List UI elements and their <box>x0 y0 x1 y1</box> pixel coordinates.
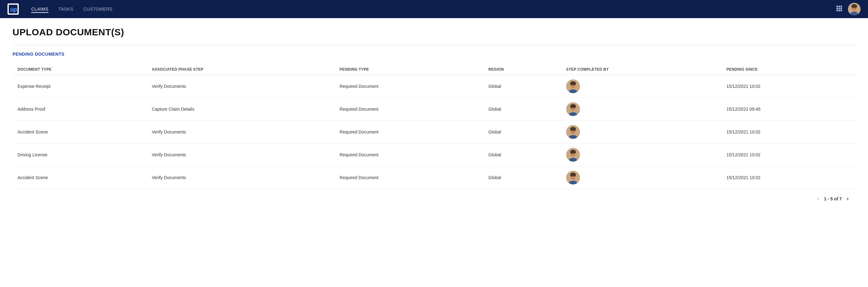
svg-rect-9 <box>836 10 838 11</box>
pending-type-cell: Required Document <box>335 121 484 144</box>
svg-point-52 <box>574 176 575 177</box>
svg-rect-3 <box>836 6 838 7</box>
pending-type-cell: Required Document <box>335 144 484 166</box>
svg-point-16 <box>853 8 854 9</box>
user-avatar[interactable] <box>848 3 861 15</box>
main-nav: a p CLAIMS TASKS CUSTOMERS <box>0 0 868 18</box>
svg-rect-29 <box>570 106 576 108</box>
svg-rect-10 <box>839 10 840 11</box>
prev-page-button[interactable]: ‹ <box>815 195 821 203</box>
phase-step-cell: Verify Documents <box>147 166 335 189</box>
col-pending-since: PENDING SINCE <box>721 64 856 75</box>
page-title: UPLOAD DOCUMENT(S) <box>12 27 856 37</box>
region-cell: Global <box>484 144 561 166</box>
step-completed-by-cell <box>561 121 721 144</box>
section-divider <box>12 45 856 45</box>
step-completed-by-cell <box>561 166 721 189</box>
phase-step-cell: Verify Documents <box>147 121 335 144</box>
svg-point-30 <box>571 108 572 109</box>
pending-since-cell: 15/12/2021 10:02 <box>721 144 856 166</box>
nav-right <box>836 3 861 15</box>
region-cell: Global <box>484 121 561 144</box>
pending-since-cell: 15/12/2021 10:02 <box>721 166 856 189</box>
pagination-range: 1 - 5 <box>824 196 833 201</box>
pending-type-cell: Required Document <box>335 98 484 121</box>
pagination-total: 7 <box>839 196 842 201</box>
svg-rect-15 <box>851 6 857 7</box>
svg-rect-43 <box>570 152 576 153</box>
document-type-cell: Driving License <box>12 144 147 166</box>
document-type-cell: Address Proof <box>12 98 147 121</box>
svg-point-31 <box>574 108 575 109</box>
step-completed-by-cell <box>561 144 721 166</box>
region-cell: Global <box>484 98 561 121</box>
step-completed-by-cell <box>561 75 721 98</box>
pagination-info: 1 - 5 of 7 <box>824 196 842 201</box>
svg-point-44 <box>571 153 572 154</box>
pagination-of: of <box>834 196 839 201</box>
svg-point-38 <box>574 131 575 132</box>
svg-point-37 <box>571 131 572 132</box>
nav-left: a p CLAIMS TASKS CUSTOMERS <box>7 3 113 15</box>
table-row: Accident SceneVerify DocumentsRequired D… <box>12 121 856 144</box>
pending-since-cell: 15/12/2021 10:02 <box>721 75 856 98</box>
nav-customers[interactable]: CUSTOMERS <box>84 5 113 13</box>
user-avatar-small <box>566 148 580 162</box>
user-avatar-small <box>566 79 580 93</box>
nav-claims[interactable]: CLAIMS <box>31 5 49 13</box>
col-region: REGION <box>484 64 561 75</box>
grid-icon[interactable] <box>836 5 843 14</box>
document-type-cell: Accident Scene <box>12 121 147 144</box>
step-completed-by-cell <box>561 98 721 121</box>
svg-rect-5 <box>840 6 842 7</box>
svg-rect-22 <box>570 83 576 85</box>
svg-rect-8 <box>840 7 842 9</box>
svg-point-24 <box>574 85 575 86</box>
table-body: Expense ReceiptVerify DocumentsRequired … <box>12 75 856 189</box>
nav-links: CLAIMS TASKS CUSTOMERS <box>31 5 113 13</box>
next-page-button[interactable]: › <box>845 195 850 203</box>
region-cell: Global <box>484 75 561 98</box>
user-avatar-small <box>566 171 580 184</box>
logo-icon: a p <box>7 3 19 15</box>
svg-point-45 <box>574 153 575 154</box>
pending-type-cell: Required Document <box>335 75 484 98</box>
phase-step-cell: Verify Documents <box>147 144 335 166</box>
col-document-type: DOCUMENT TYPE <box>12 64 147 75</box>
svg-point-51 <box>571 176 572 177</box>
svg-rect-7 <box>839 7 840 9</box>
phase-step-cell: Capture Claim Details <box>147 98 335 121</box>
svg-rect-50 <box>570 174 576 176</box>
svg-rect-36 <box>570 129 576 131</box>
region-cell: Global <box>484 166 561 189</box>
document-type-cell: Accident Scene <box>12 166 147 189</box>
svg-text:p: p <box>13 6 17 13</box>
page-content: UPLOAD DOCUMENT(S) PENDING DOCUMENTS DOC… <box>0 18 868 211</box>
appian-logo[interactable]: a p <box>7 3 19 15</box>
table-row: Address ProofCapture Claim DetailsRequir… <box>12 98 856 121</box>
user-avatar-small <box>566 125 580 139</box>
table-row: Expense ReceiptVerify DocumentsRequired … <box>12 75 856 98</box>
pagination: ‹ 1 - 5 of 7 › <box>12 189 856 203</box>
pending-since-cell: 15/12/2021 09:45 <box>721 98 856 121</box>
col-step-completed-by: STEP COMPLETED BY <box>561 64 721 75</box>
col-associated-phase-step: ASSOCIATED PHASE STEP <box>147 64 335 75</box>
table-header: DOCUMENT TYPE ASSOCIATED PHASE STEP PEND… <box>12 64 856 75</box>
section-label: PENDING DOCUMENTS <box>12 52 856 57</box>
document-type-cell: Expense Receipt <box>12 75 147 98</box>
pending-type-cell: Required Document <box>335 166 484 189</box>
svg-rect-6 <box>836 7 838 9</box>
table-row: Driving LicenseVerify DocumentsRequired … <box>12 144 856 166</box>
svg-point-23 <box>571 85 572 86</box>
user-avatar-small <box>566 102 580 116</box>
col-pending-type: PENDING TYPE <box>335 64 484 75</box>
svg-rect-4 <box>839 6 840 7</box>
phase-step-cell: Verify Documents <box>147 75 335 98</box>
nav-tasks[interactable]: TASKS <box>58 5 73 13</box>
documents-table: DOCUMENT TYPE ASSOCIATED PHASE STEP PEND… <box>12 64 856 189</box>
svg-point-17 <box>855 8 856 9</box>
svg-rect-11 <box>840 10 842 11</box>
table-row: Accident SceneVerify DocumentsRequired D… <box>12 166 856 189</box>
pending-since-cell: 15/12/2021 10:02 <box>721 121 856 144</box>
